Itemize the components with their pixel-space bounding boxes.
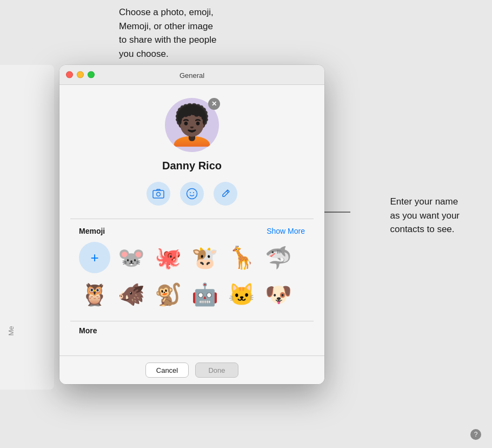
- memoji-octopus[interactable]: 🐙: [152, 242, 184, 273]
- memoji-cow[interactable]: 🐮: [189, 242, 221, 273]
- annotation-top: Choose a photo, emoji, Memoji, or other …: [119, 5, 217, 61]
- memoji-dog[interactable]: 🐶: [263, 279, 294, 310]
- edit-name-button[interactable]: [214, 182, 237, 206]
- maximize-button[interactable]: [88, 71, 95, 78]
- more-title: More: [79, 326, 97, 335]
- svg-point-3: [157, 193, 161, 196]
- memoji-header: Memoji Show More: [79, 227, 305, 235]
- svg-line-7: [227, 191, 228, 193]
- minimize-button[interactable]: [77, 71, 84, 78]
- window-controls: [66, 71, 95, 78]
- title-bar: General: [59, 65, 324, 85]
- memoji-boar[interactable]: 🐗: [116, 279, 147, 310]
- memoji-title: Memoji: [79, 227, 105, 235]
- window-title: General: [179, 71, 204, 80]
- add-memoji-button[interactable]: +: [79, 242, 110, 273]
- dialog-window: General 🧑🏿‍🦱 ✕ Danny Rico: [59, 65, 324, 384]
- background-window: [0, 65, 54, 390]
- emoji-row-2: 🦉 🐗 🐒 🤖 🐱 🐶: [79, 279, 305, 310]
- user-name: Danny Rico: [162, 160, 222, 172]
- show-more-link[interactable]: Show More: [267, 227, 305, 235]
- svg-point-4: [187, 189, 197, 199]
- emoji-row-1: + 🐭 🐙 🐮 🦒 🦈: [79, 242, 305, 273]
- memoji-section: Memoji Show More + 🐭 🐙 🐮 🦒 🦈 🦉 🐗 🐒 🤖 🐱 🐶: [70, 219, 314, 321]
- avatar-remove-button[interactable]: ✕: [208, 98, 220, 110]
- memoji-giraffe[interactable]: 🦒: [226, 242, 257, 273]
- background-label: Me: [7, 326, 15, 335]
- action-buttons: [147, 182, 237, 206]
- done-button[interactable]: Done: [195, 363, 238, 378]
- memoji-mouse[interactable]: 🐭: [116, 242, 147, 273]
- more-section: More: [70, 321, 314, 340]
- annotation-right: Enter your nameas you want yourcontacts …: [390, 195, 460, 236]
- avatar-container: 🧑🏿‍🦱 ✕: [165, 98, 219, 152]
- memoji-owl[interactable]: 🦉: [79, 279, 110, 310]
- svg-point-5: [190, 192, 191, 193]
- close-button[interactable]: [66, 71, 73, 78]
- photo-button[interactable]: [147, 182, 170, 206]
- memoji-monkey[interactable]: 🐒: [152, 279, 184, 310]
- memoji-robot[interactable]: 🤖: [189, 279, 221, 310]
- svg-rect-2: [153, 190, 164, 198]
- help-button[interactable]: ?: [470, 429, 481, 440]
- memoji-shark[interactable]: 🦈: [263, 242, 294, 273]
- dialog-footer: Cancel Done: [59, 355, 324, 384]
- dialog-content: 🧑🏿‍🦱 ✕ Danny Rico: [59, 85, 324, 355]
- svg-point-6: [193, 192, 194, 193]
- memoji-cat[interactable]: 🐱: [226, 279, 257, 310]
- cancel-button[interactable]: Cancel: [145, 363, 189, 378]
- emoji-button[interactable]: [180, 182, 204, 206]
